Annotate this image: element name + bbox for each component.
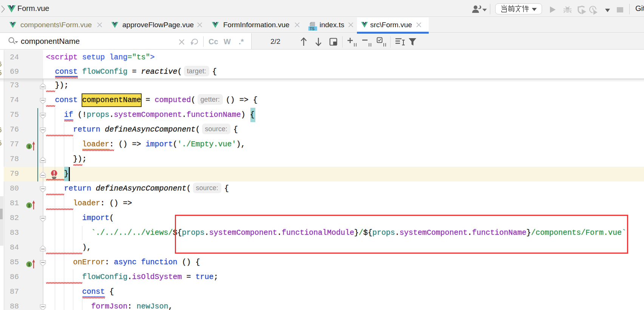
svg-text:I: I: [28, 262, 30, 267]
svg-text:I: I: [28, 144, 30, 149]
svg-text:I: I: [28, 203, 30, 208]
svg-text:TS: TS: [310, 27, 315, 31]
